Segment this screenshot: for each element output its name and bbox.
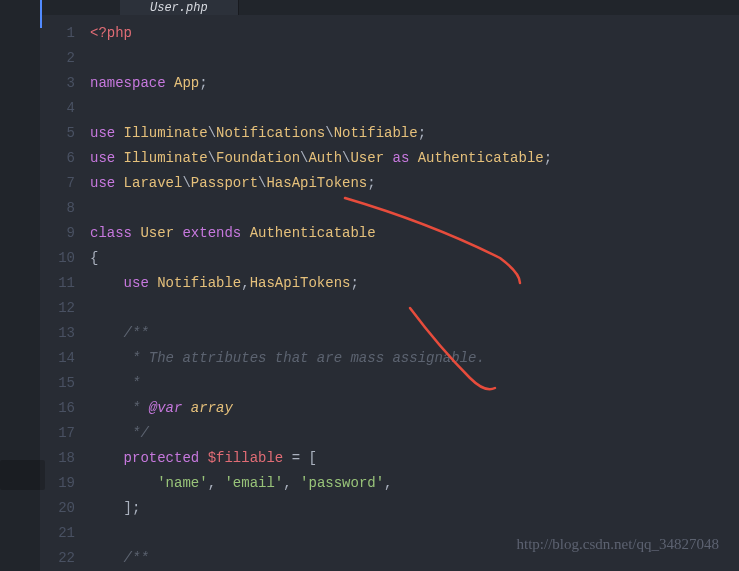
code-token: \ <box>325 125 333 141</box>
code-token: \ <box>182 175 190 191</box>
code-line[interactable]: { <box>90 246 739 271</box>
code-line[interactable]: * <box>90 371 739 396</box>
code-token: Authenticatable <box>418 150 544 166</box>
tab-user-php[interactable]: User.php <box>120 0 239 15</box>
code-line[interactable]: * The attributes that are mass assignabl… <box>90 346 739 371</box>
code-token: * <box>90 375 140 391</box>
line-number: 12 <box>40 296 75 321</box>
code-line[interactable]: <?php <box>90 21 739 46</box>
code-token <box>90 275 124 291</box>
code-token: , <box>208 475 225 491</box>
line-number: 7 <box>40 171 75 196</box>
watermark: http://blog.csdn.net/qq_34827048 <box>517 536 720 553</box>
code-line[interactable]: 'name', 'email', 'password', <box>90 471 739 496</box>
line-number: 10 <box>40 246 75 271</box>
code-line[interactable]: */ <box>90 421 739 446</box>
line-number: 17 <box>40 421 75 446</box>
code-token: class <box>90 225 140 241</box>
editor-container: User.php 1234567891011121314151617181920… <box>0 0 739 571</box>
code-token: * The attributes that are mass assignabl… <box>90 350 485 366</box>
line-number: 16 <box>40 396 75 421</box>
code-token: HasApiTokens <box>266 175 367 191</box>
code-token: , <box>283 475 300 491</box>
code-token: <?php <box>90 25 132 41</box>
code-line[interactable]: protected $fillable = [ <box>90 446 739 471</box>
code-line[interactable]: /** <box>90 321 739 346</box>
gutter: 12345678910111213141516171819202122 <box>40 15 90 571</box>
code-token: /** <box>90 325 149 341</box>
code-token: , <box>384 475 392 491</box>
tab-bar: User.php <box>40 0 739 15</box>
code-token: User <box>140 225 182 241</box>
code-token <box>182 400 190 416</box>
code-token <box>90 450 124 466</box>
code-token: Notifiable <box>157 275 241 291</box>
code-area[interactable]: 12345678910111213141516171819202122 <?ph… <box>40 15 739 571</box>
code-line[interactable] <box>90 196 739 221</box>
code-content[interactable]: <?phpnamespace App;use Illuminate\Notifi… <box>90 15 739 571</box>
code-line[interactable]: ]; <box>90 496 739 521</box>
line-number: 8 <box>40 196 75 221</box>
line-number: 1 <box>40 21 75 46</box>
code-token: extends <box>182 225 249 241</box>
code-line[interactable] <box>90 296 739 321</box>
code-token: ; <box>544 150 552 166</box>
code-token <box>90 475 157 491</box>
line-number: 2 <box>40 46 75 71</box>
code-token: App <box>174 75 199 91</box>
code-token: Illuminate <box>124 150 208 166</box>
code-token: 'email' <box>224 475 283 491</box>
code-token: 'name' <box>157 475 207 491</box>
code-token: Notifications <box>216 125 325 141</box>
line-number: 4 <box>40 96 75 121</box>
code-token: ; <box>350 275 358 291</box>
code-token: use <box>90 150 124 166</box>
code-token: User <box>350 150 384 166</box>
code-token: ]; <box>90 500 140 516</box>
code-token: namespace <box>90 75 174 91</box>
line-number: 6 <box>40 146 75 171</box>
code-line[interactable]: use Illuminate\Notifications\Notifiable; <box>90 121 739 146</box>
code-token: use <box>90 125 124 141</box>
line-number: 15 <box>40 371 75 396</box>
line-number: 20 <box>40 496 75 521</box>
code-token: ; <box>367 175 375 191</box>
code-token: as <box>384 150 418 166</box>
code-line[interactable]: class User extends Authenticatable <box>90 221 739 246</box>
code-token: Illuminate <box>124 125 208 141</box>
code-line[interactable]: use Illuminate\Foundation\Auth\User as A… <box>90 146 739 171</box>
code-token: = [ <box>283 450 317 466</box>
code-token: HasApiTokens <box>250 275 351 291</box>
code-token: , <box>241 275 249 291</box>
code-token: 'password' <box>300 475 384 491</box>
line-number: 11 <box>40 271 75 296</box>
line-number: 14 <box>40 346 75 371</box>
code-line[interactable]: use Laravel\Passport\HasApiTokens; <box>90 171 739 196</box>
activity-bar <box>0 0 40 571</box>
line-number: 3 <box>40 71 75 96</box>
code-token: Auth <box>308 150 342 166</box>
code-token: array <box>191 400 233 416</box>
code-token: Laravel <box>124 175 183 191</box>
code-token: ; <box>418 125 426 141</box>
tab-label: User.php <box>150 1 208 15</box>
code-token: /** <box>90 550 149 566</box>
code-line[interactable]: namespace App; <box>90 71 739 96</box>
code-line[interactable]: * @var array <box>90 396 739 421</box>
code-line[interactable] <box>90 96 739 121</box>
line-number: 19 <box>40 471 75 496</box>
code-token: Authenticatable <box>250 225 376 241</box>
line-number: 22 <box>40 546 75 571</box>
code-token: @var <box>149 400 183 416</box>
line-number: 9 <box>40 221 75 246</box>
code-token: \ <box>208 150 216 166</box>
code-line[interactable]: use Notifiable,HasApiTokens; <box>90 271 739 296</box>
line-number: 5 <box>40 121 75 146</box>
code-token: use <box>90 175 124 191</box>
code-token: use <box>124 275 158 291</box>
code-line[interactable] <box>90 46 739 71</box>
code-token: Notifiable <box>334 125 418 141</box>
sidebar-shadow <box>0 460 45 490</box>
line-number: 13 <box>40 321 75 346</box>
code-token: { <box>90 250 98 266</box>
